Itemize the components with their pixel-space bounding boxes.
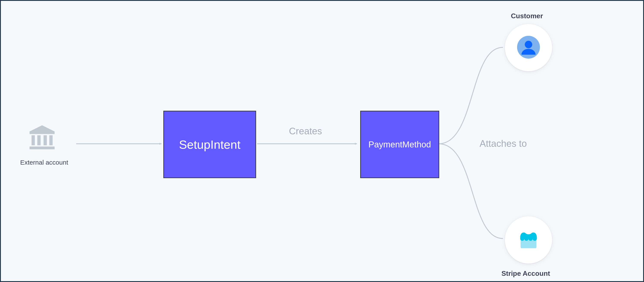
bank-icon [27,123,57,153]
edge-paymentmethod-to-stripeaccount [438,144,503,238]
payment-method-label: PaymentMethod [368,140,431,149]
diagram-canvas: External account SetupIntent Creates Pay… [0,0,644,282]
node-customer [505,24,552,71]
svg-rect-4 [49,135,52,145]
svg-rect-5 [30,146,55,149]
edge-label-creates: Creates [289,126,322,136]
diagram-frame: External account SetupIntent Creates Pay… [0,0,644,282]
external-account-label: External account [20,159,80,166]
person-icon [516,35,541,60]
svg-rect-2 [37,135,40,145]
svg-point-0 [41,129,44,132]
node-stripe-account [505,216,552,264]
edge-label-attaches: Attaches to [480,138,527,149]
svg-point-7 [525,41,532,48]
node-payment-method: PaymentMethod [360,111,439,178]
edge-paymentmethod-to-customer [438,48,503,144]
setup-intent-label: SetupIntent [179,138,240,152]
stripe-account-label: Stripe Account [502,270,550,278]
svg-rect-3 [44,135,47,145]
svg-rect-1 [32,135,35,145]
node-external-account: External account [20,123,80,166]
customer-label: Customer [511,12,543,20]
storefront-icon [516,227,541,253]
node-setup-intent: SetupIntent [163,111,256,178]
